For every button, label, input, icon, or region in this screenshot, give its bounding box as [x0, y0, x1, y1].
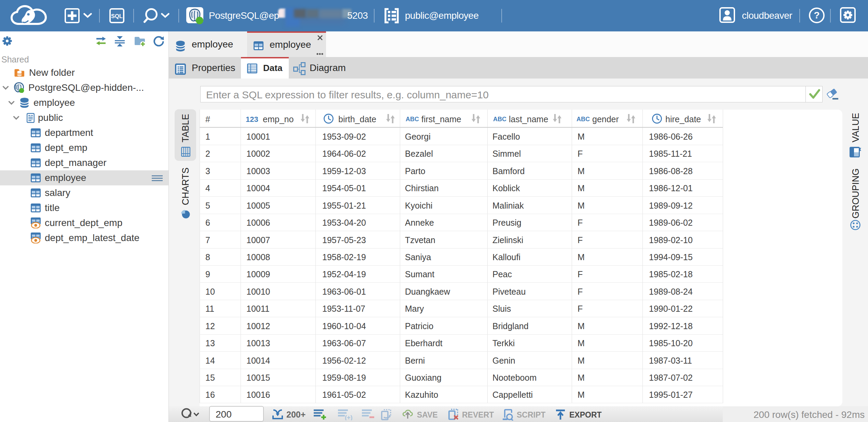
svg-text:SQL: SQL [111, 13, 123, 19]
svg-text:(+): (+) [345, 414, 353, 420]
svg-text:?: ? [814, 10, 819, 20]
